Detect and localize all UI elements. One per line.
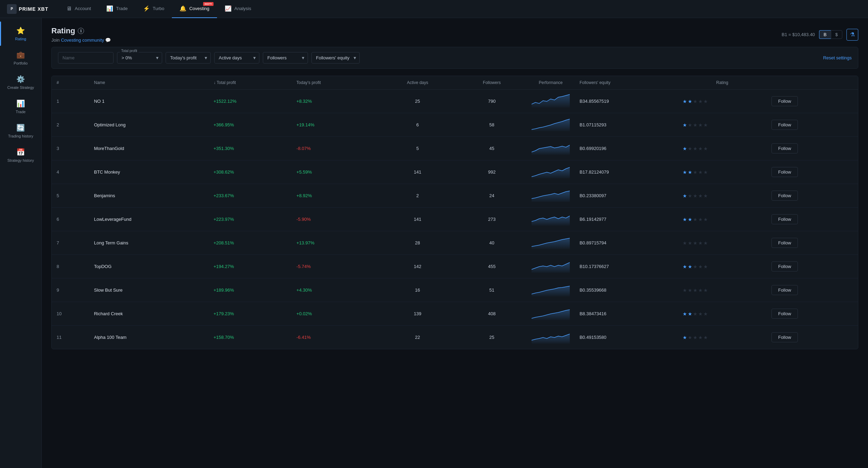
row-num: 1 — [52, 90, 89, 113]
col-todays-profit[interactable]: Today's profit — [292, 76, 378, 90]
info-icon[interactable]: ℹ — [78, 28, 84, 34]
row-followers: 408 — [457, 302, 527, 326]
col-performance: Performance — [527, 76, 575, 90]
row-num: 5 — [52, 184, 89, 208]
join-community-link[interactable]: Covesting community — [61, 37, 104, 43]
star-4: ★ — [698, 193, 703, 199]
follow-button[interactable]: Follow — [771, 261, 798, 271]
followers-equity-dropdown[interactable]: Followers' equity > 0.1 B > 1 B > 10 B ▼ — [311, 52, 360, 64]
row-active-days: 16 — [378, 278, 457, 302]
reset-settings-link[interactable]: Reset settings — [823, 55, 852, 60]
row-num: 2 — [52, 113, 89, 137]
todays-profit-dropdown[interactable]: Today's profit > 0% > 5% ▼ — [166, 52, 211, 64]
row-performance — [527, 160, 575, 184]
followers-select[interactable]: Followers > 10 > 100 > 500 — [263, 52, 308, 64]
row-num: 4 — [52, 160, 89, 184]
row-rating-stars: ★★★★★ — [678, 184, 767, 208]
active-days-dropdown[interactable]: Active days > 7 > 30 > 90 ▼ — [214, 52, 259, 64]
follow-button[interactable]: Follow — [771, 120, 798, 130]
star-2: ★ — [688, 240, 692, 246]
row-num: 10 — [52, 302, 89, 326]
row-rating-stars: ★★★★★ — [678, 278, 767, 302]
btc-currency-btn[interactable]: B — [819, 30, 831, 39]
follow-button[interactable]: Follow — [771, 332, 798, 342]
follow-button[interactable]: Follow — [771, 143, 798, 153]
total-profit-select[interactable]: > 0% > 10% > 50% > 100% — [117, 52, 162, 64]
portfolio-icon: 💼 — [16, 51, 25, 59]
col-name: Name — [89, 76, 209, 90]
nav-item-covesting[interactable]: HOT! 🔔 Covesting — [172, 0, 217, 18]
filter-button[interactable]: ⚗ — [846, 29, 858, 41]
row-performance — [527, 184, 575, 208]
row-performance — [527, 137, 575, 160]
star-5: ★ — [703, 146, 708, 151]
row-todays-profit: +8.32% — [292, 90, 378, 113]
follow-button[interactable]: Follow — [771, 309, 798, 319]
sidebar-item-trade[interactable]: 📊 Trade — [0, 94, 41, 119]
todays-profit-select[interactable]: Today's profit > 0% > 5% — [166, 52, 211, 64]
col-total-profit[interactable]: ↓ Total profit — [209, 76, 292, 90]
star-4: ★ — [698, 146, 703, 151]
page-title: Rating ℹ — [51, 26, 111, 35]
star-3: ★ — [693, 169, 698, 175]
row-action: Follow — [767, 160, 858, 184]
col-followers[interactable]: Followers — [457, 76, 527, 90]
star-4: ★ — [698, 311, 703, 317]
row-total-profit: +1522.12% — [209, 90, 292, 113]
row-followers-equity: B0.49153580 — [575, 326, 678, 349]
star-1: ★ — [683, 335, 687, 340]
table-row: 8 TopDOG +194.27% -5.74% 142 455 B10.173… — [52, 255, 858, 278]
create-strategy-icon: ⚙️ — [16, 75, 25, 83]
nav-item-trade[interactable]: 📊 Trade — [99, 0, 135, 18]
star-3: ★ — [693, 193, 698, 199]
row-rating-stars: ★★★★★ — [678, 231, 767, 255]
table-row: 10 Richard Creek +179.23% +0.02% 139 408… — [52, 302, 858, 326]
col-active-days[interactable]: Active days — [378, 76, 457, 90]
follow-button[interactable]: Follow — [771, 167, 798, 177]
row-followers-equity: B6.19142977 — [575, 208, 678, 231]
star-4: ★ — [698, 169, 703, 175]
star-3: ★ — [693, 122, 698, 128]
nav-item-analysis[interactable]: 📈 Analysis — [217, 0, 259, 18]
star-2: ★ — [688, 311, 692, 317]
sidebar-item-rating[interactable]: ⭐ Rating — [0, 22, 41, 46]
star-3: ★ — [693, 240, 698, 246]
follow-button[interactable]: Follow — [771, 238, 798, 248]
row-name: Long Term Gains — [89, 231, 209, 255]
col-followers-equity[interactable]: Followers' equity — [575, 76, 678, 90]
follow-button[interactable]: Follow — [771, 96, 798, 106]
followers-equity-select[interactable]: Followers' equity > 0.1 B > 1 B > 10 B — [311, 52, 360, 64]
star-5: ★ — [703, 335, 708, 340]
header-right: B1 = $10,483.40 B $ ⚗ — [782, 29, 858, 41]
sidebar-item-create-strategy[interactable]: ⚙️ Create Strategy — [0, 70, 41, 94]
follow-button[interactable]: Follow — [771, 214, 798, 224]
logo: P PRIME XBT — [7, 4, 48, 14]
sidebar-item-portfolio[interactable]: 💼 Portfolio — [0, 46, 41, 70]
row-rating-stars: ★★★★★ — [678, 255, 767, 278]
nav-item-account[interactable]: 🖥 Account — [59, 0, 99, 18]
active-days-select[interactable]: Active days > 7 > 30 > 90 — [214, 52, 259, 64]
row-total-profit: +366.95% — [209, 113, 292, 137]
row-todays-profit: +0.02% — [292, 302, 378, 326]
trading-history-icon: 🔄 — [16, 124, 25, 132]
row-name: Alpha 100 Team — [89, 326, 209, 349]
usd-currency-btn[interactable]: $ — [831, 30, 842, 39]
name-filter-input[interactable] — [58, 52, 114, 64]
table-row: 9 Slow But Sure +189.96% +4.30% 16 51 B0… — [52, 278, 858, 302]
row-rating-stars: ★★★★★ — [678, 208, 767, 231]
row-num: 11 — [52, 326, 89, 349]
follow-button[interactable]: Follow — [771, 285, 798, 295]
total-profit-dropdown[interactable]: Total profit > 0% > 10% > 50% > 100% ▼ — [117, 52, 162, 64]
followers-dropdown[interactable]: Followers > 10 > 100 > 500 ▼ — [263, 52, 308, 64]
row-active-days: 141 — [378, 160, 457, 184]
follow-button[interactable]: Follow — [771, 191, 798, 201]
sidebar-item-trading-history[interactable]: 🔄 Trading history — [0, 119, 41, 143]
sidebar-item-strategy-history[interactable]: 📅 Strategy history — [0, 143, 41, 167]
row-rating-stars: ★★★★★ — [678, 160, 767, 184]
row-todays-profit: +4.30% — [292, 278, 378, 302]
row-total-profit: +208.51% — [209, 231, 292, 255]
star-4: ★ — [698, 335, 703, 340]
nav-item-turbo[interactable]: ⚡ Turbo — [135, 0, 172, 18]
table-row: 7 Long Term Gains +208.51% +13.97% 28 40… — [52, 231, 858, 255]
col-rating[interactable]: Rating — [678, 76, 767, 90]
